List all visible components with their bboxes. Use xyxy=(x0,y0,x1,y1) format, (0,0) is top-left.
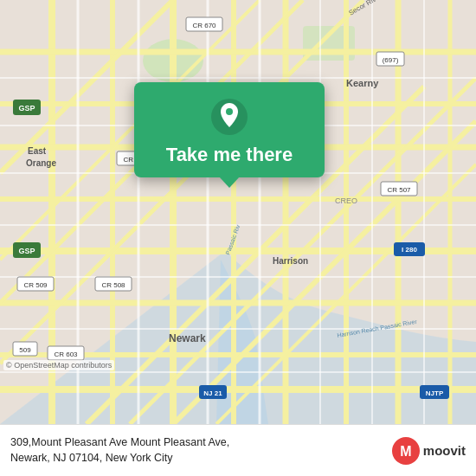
svg-text:509: 509 xyxy=(19,346,31,354)
svg-text:Newark: Newark xyxy=(169,332,206,344)
address-line2: Newark, NJ 07104, New York City xyxy=(10,451,392,466)
svg-text:Orange: Orange xyxy=(26,158,56,168)
svg-text:GSP: GSP xyxy=(18,247,35,255)
svg-text:NJ 21: NJ 21 xyxy=(203,389,222,397)
svg-text:CR 509: CR 509 xyxy=(23,281,48,289)
svg-text:CR 670: CR 670 xyxy=(192,22,216,29)
popup-card: Take me there xyxy=(134,82,325,177)
moovit-brand-icon: M xyxy=(392,437,420,465)
svg-point-77 xyxy=(226,108,233,115)
svg-text:CR 508: CR 508 xyxy=(101,281,125,289)
svg-text:M: M xyxy=(400,444,411,459)
svg-text:Kearny: Kearny xyxy=(346,78,379,88)
location-pin-icon xyxy=(210,98,248,136)
bottom-bar: 309,Mount Pleasant Ave Mount Pleasant Av… xyxy=(0,424,476,476)
address-line1: 309,Mount Pleasant Ave Mount Pleasant Av… xyxy=(10,435,392,451)
svg-text:(697): (697) xyxy=(383,56,399,64)
svg-text:CREO: CREO xyxy=(335,196,357,205)
moovit-brand-name: moovit xyxy=(423,443,466,458)
svg-text:East: East xyxy=(28,146,47,156)
svg-text:CR 603: CR 603 xyxy=(54,351,78,358)
moovit-logo: M moovit xyxy=(392,437,466,465)
osm-credit: © OpenStreetMap contributors xyxy=(3,360,114,370)
take-me-there-button[interactable]: Take me there xyxy=(166,145,293,165)
svg-text:CR 507: CR 507 xyxy=(387,186,411,194)
map-container: GSP GSP CR 670 CR 659 CR 507 CR 509 CR 5… xyxy=(0,0,476,424)
address-section: 309,Mount Pleasant Ave Mount Pleasant Av… xyxy=(10,435,392,466)
svg-text:GSP: GSP xyxy=(18,104,35,113)
svg-text:Harrison: Harrison xyxy=(273,256,308,266)
svg-text:I 280: I 280 xyxy=(402,246,417,254)
svg-text:NJTP: NJTP xyxy=(426,389,444,397)
